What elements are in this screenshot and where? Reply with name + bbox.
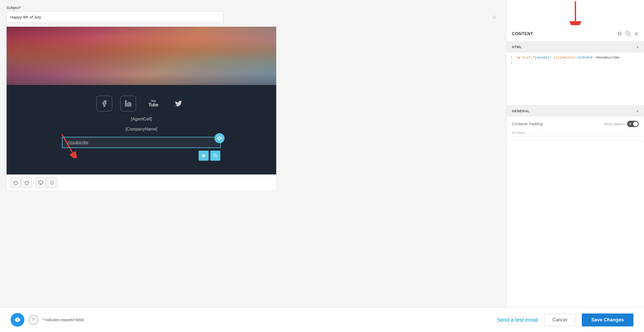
subject-label: Subject* (6, 5, 500, 10)
right-panel: CONTENT ✕ (506, 0, 644, 307)
more-options-toggle[interactable]: ✕ (627, 121, 639, 127)
general-body: Container Padding More Options ✕ All Sid… (507, 116, 644, 141)
html-section-header[interactable]: HTML ∧ (507, 42, 644, 52)
right-panel-actions: ✕ (617, 31, 639, 37)
general-section-header[interactable]: GENERAL ∧ (507, 106, 644, 116)
unsubscribe-cell[interactable]: Unsubscribe (62, 137, 221, 148)
all-sides-label: All Sides (512, 131, 525, 135)
container-padding-label: Container Padding (512, 122, 543, 126)
email-canvas-body: You Tube [AgentCell] (6, 26, 276, 191)
general-section-label: GENERAL (512, 109, 530, 113)
subject-section: Subject* ☺ (6, 5, 500, 23)
right-panel-title: CONTENT (512, 32, 533, 36)
html-section-label: HTML (512, 45, 522, 49)
undo-button[interactable] (10, 177, 21, 188)
more-options-label: More Options (604, 122, 625, 126)
svg-rect-0 (125, 103, 126, 106)
svg-point-1 (125, 101, 126, 102)
container-padding-row: Container Padding More Options ✕ (512, 121, 639, 127)
mobile-view-button[interactable] (47, 177, 57, 188)
bottom-left: ? * Indicates required fields (11, 313, 84, 327)
right-panel-header: CONTENT ✕ (507, 26, 644, 42)
save-changes-button[interactable]: Save Changes (582, 313, 633, 326)
linkedin-icon[interactable] (120, 96, 136, 111)
unsubscribe-row: Unsubscribe (62, 137, 221, 164)
redo-button[interactable] (21, 177, 32, 188)
page-wrapper: Subject* ☺ (0, 0, 644, 332)
general-section: GENERAL ∧ Container Padding More Options… (507, 106, 644, 141)
all-sides-divider (512, 136, 639, 136)
close-icon[interactable]: ✕ (634, 31, 639, 37)
hero-crowd-overlay (7, 27, 276, 85)
company-name: [CompanyName] (126, 127, 157, 132)
facebook-icon[interactable] (96, 96, 112, 111)
subject-input-wrapper: ☺ (6, 11, 500, 23)
code-editor: 1 <a href="[unsub]" style=color:#c0c0c0 … (507, 52, 644, 105)
code-line-1: 1 <a href="[unsub]" style=color:#c0c0c0 … (507, 55, 644, 60)
unsubscribe-link[interactable]: Unsubscribe (68, 140, 88, 145)
line-number-1: 1 (507, 56, 516, 60)
email-hero-image (7, 27, 276, 85)
move-handle[interactable] (214, 133, 225, 143)
content-area: Subject* ☺ (0, 0, 644, 307)
all-sides-row: All Sides (512, 130, 639, 136)
toggle-x-label: ✕ (629, 123, 637, 125)
canvas-toolbar (7, 174, 276, 191)
svg-rect-4 (215, 155, 217, 158)
copy-icon[interactable] (626, 31, 630, 37)
twitter-icon[interactable] (171, 96, 186, 111)
html-section: HTML ∧ 1 <a href="[unsub]" style=color:#… (507, 42, 644, 106)
code-content-1: <a href="[unsub]" style=color:#c0c0c0 >U… (516, 56, 644, 60)
subject-input[interactable] (6, 11, 223, 23)
social-icons-row: You Tube (96, 96, 186, 111)
delete-icon[interactable] (617, 31, 622, 37)
top-red-arrow (565, 0, 586, 25)
code-line-2: 2 (507, 60, 644, 65)
more-options-group: More Options ✕ (604, 121, 639, 127)
emoji-icon[interactable]: ☺ (492, 14, 497, 20)
email-canvas: You Tube [AgentCell] (6, 26, 500, 191)
help-button[interactable]: ? (29, 315, 38, 325)
svg-rect-12 (628, 33, 630, 35)
send-test-email-link[interactable]: Send a test email (497, 317, 538, 323)
svg-rect-5 (39, 181, 43, 184)
cell-actions (199, 151, 220, 161)
required-note: * Indicates required fields (42, 318, 84, 322)
general-chevron-icon: ∧ (636, 109, 639, 113)
agent-cell: [AgentCell] (131, 117, 152, 122)
preview-button[interactable] (11, 313, 24, 327)
html-chevron-icon: ∧ (636, 45, 639, 49)
line-number-2: 2 (507, 61, 516, 65)
svg-point-13 (17, 319, 18, 321)
youtube-icon[interactable]: You Tube (144, 96, 163, 111)
email-footer: You Tube [AgentCell] (7, 85, 276, 174)
right-panel-arrow-area (507, 0, 644, 26)
editor-area: Subject* ☺ (0, 0, 506, 307)
bottom-right: Send a test email Cancel Save Changes (497, 313, 633, 326)
cell-duplicate-button[interactable] (210, 151, 220, 161)
cell-delete-button[interactable] (199, 151, 209, 161)
code-content-2 (516, 61, 644, 65)
cancel-button[interactable]: Cancel (544, 314, 575, 326)
toolbar-separator (34, 179, 34, 186)
bottom-footer: ? * Indicates required fields Send a tes… (0, 307, 644, 332)
desktop-view-button[interactable] (35, 177, 46, 188)
